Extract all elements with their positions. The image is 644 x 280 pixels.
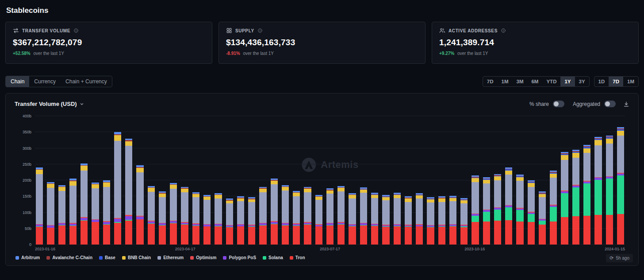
granularity-7d[interactable]: 7D: [609, 77, 623, 86]
transfer-arrows-icon: [13, 27, 19, 34]
bar-2023-05-08[interactable]: [215, 116, 222, 245]
bar-2023-10-23[interactable]: [483, 116, 490, 245]
bar-2023-05-29[interactable]: [248, 116, 255, 245]
bar-2024-01-08[interactable]: [606, 116, 613, 245]
range-1m[interactable]: 1M: [498, 77, 513, 86]
legend-item-arbitrum[interactable]: Arbitrum: [15, 255, 40, 260]
bar-2023-09-25[interactable]: [438, 116, 445, 245]
legend-item-solana[interactable]: Solana: [263, 255, 283, 260]
bar-2023-02-06[interactable]: [69, 116, 77, 245]
bar-segment-bnb-chain: [80, 166, 88, 171]
info-icon[interactable]: [257, 28, 263, 33]
bar-segment-ethereum: [594, 145, 602, 177]
bar-2023-10-02[interactable]: [449, 116, 456, 245]
chart-metric-dropdown[interactable]: Transfer Volume (USD): [15, 101, 84, 107]
bar-2023-03-27[interactable]: [148, 116, 155, 245]
tab-chain-currency[interactable]: Chain + Currency: [61, 76, 112, 87]
bar-2023-04-24[interactable]: [192, 116, 199, 245]
tab-currency[interactable]: Currency: [29, 76, 61, 87]
bar-2023-02-20[interactable]: [92, 116, 99, 245]
legend-item-optimism[interactable]: Optimism: [190, 255, 216, 260]
bar-2023-08-14[interactable]: [371, 116, 378, 245]
legend-swatch: [99, 256, 103, 260]
range-3m[interactable]: 3M: [512, 77, 527, 86]
bar-2023-11-20[interactable]: [528, 116, 535, 245]
bar-2023-05-22[interactable]: [237, 116, 244, 245]
range-ytd[interactable]: YTD: [542, 77, 560, 86]
bar-segment-ethereum: [80, 171, 88, 217]
bar-2023-06-26[interactable]: [293, 116, 300, 245]
bar-2023-05-15[interactable]: [226, 116, 233, 245]
bar-segment-bnb-chain: [125, 141, 132, 146]
bar-2024-01-01[interactable]: [594, 116, 602, 245]
bar-2023-03-20[interactable]: [136, 116, 143, 245]
range-3y[interactable]: 3Y: [575, 77, 589, 86]
bar-2023-02-27[interactable]: [103, 116, 110, 245]
legend-item-base[interactable]: Base: [99, 255, 115, 260]
range-6m[interactable]: 6M: [527, 77, 542, 86]
bar-2023-10-09[interactable]: [460, 116, 468, 245]
range-7d[interactable]: 7D: [483, 77, 498, 86]
range-1y[interactable]: 1Y: [560, 77, 575, 86]
bar-2023-11-27[interactable]: [539, 116, 546, 245]
bar-2023-10-30[interactable]: [494, 116, 501, 245]
bar-2023-12-04[interactable]: [550, 116, 557, 245]
bar-2023-09-11[interactable]: [416, 116, 423, 245]
bar-2023-04-03[interactable]: [159, 116, 166, 245]
bar-2023-06-12[interactable]: [271, 116, 278, 245]
bar-2023-01-23[interactable]: [47, 116, 54, 245]
bar-2023-03-13[interactable]: [125, 116, 132, 245]
bar-2023-04-10[interactable]: [170, 116, 177, 245]
legend-item-polygon-pos[interactable]: Polygon PoS: [223, 255, 256, 260]
bar-2023-06-19[interactable]: [282, 116, 289, 245]
bar-2023-07-24[interactable]: [337, 116, 345, 245]
legend-swatch: [223, 256, 226, 260]
bar-2023-04-17[interactable]: [181, 116, 188, 245]
bar-2023-07-17[interactable]: [326, 116, 334, 245]
bar-segment-ethereum: [572, 158, 579, 185]
bar-2023-12-18[interactable]: [572, 116, 579, 245]
download-icon[interactable]: [623, 101, 629, 107]
aggregated-toggle[interactable]: [604, 101, 616, 107]
bar-segment-bnb-chain: [203, 197, 211, 200]
percent-share-label: % share: [529, 101, 549, 107]
legend-item-avalanche-c-chain[interactable]: Avalanche C-Chain: [46, 255, 92, 260]
bar-2023-10-16[interactable]: [472, 116, 479, 245]
bar-2023-09-04[interactable]: [405, 116, 412, 245]
bar-2023-08-07[interactable]: [360, 116, 367, 245]
bar-segment-tron: [226, 227, 233, 245]
bar-2023-01-30[interactable]: [58, 116, 65, 245]
bar-2023-05-01[interactable]: [203, 116, 211, 245]
bar-2023-07-31[interactable]: [349, 116, 356, 245]
granularity-1m[interactable]: 1M: [623, 77, 638, 86]
bar-2023-03-06[interactable]: [114, 116, 121, 245]
tab-chain[interactable]: Chain: [6, 76, 29, 87]
bar-2023-11-13[interactable]: [516, 116, 523, 245]
bar-2024-01-15[interactable]: [617, 116, 624, 245]
info-icon[interactable]: [501, 28, 506, 33]
bar-2023-12-11[interactable]: [561, 116, 568, 245]
updated-text: 5h ago: [616, 256, 629, 261]
bar-2023-08-28[interactable]: [394, 116, 401, 245]
bar-2023-07-10[interactable]: [315, 116, 322, 245]
percent-share-toggle[interactable]: [553, 101, 564, 107]
bar-2023-12-25[interactable]: [583, 116, 590, 245]
bar-2023-08-21[interactable]: [382, 116, 389, 245]
legend-item-tron[interactable]: Tron: [290, 255, 305, 260]
bar-2023-11-06[interactable]: [505, 116, 512, 245]
bar-segment-ethereum: [304, 192, 311, 222]
bar-2023-07-03[interactable]: [304, 116, 311, 245]
bar-2023-02-13[interactable]: [80, 116, 88, 245]
chart-area: Artemis 050b100b150b200b250b300b350b400b…: [13, 116, 631, 252]
y-axis-label: 350b: [23, 130, 31, 134]
bar-2023-09-18[interactable]: [427, 116, 434, 245]
legend-item-ethereum[interactable]: Ethereum: [157, 255, 184, 260]
granularity-1d[interactable]: 1D: [594, 77, 609, 86]
bar-2023-06-05[interactable]: [259, 116, 266, 245]
bar-segment-solana: [583, 183, 590, 216]
supply-grid-icon: [226, 27, 232, 34]
bar-2023-01-16[interactable]: [36, 116, 43, 245]
legend-item-bnb-chain[interactable]: BNB Chain: [122, 255, 151, 260]
refresh-status[interactable]: ⟳ 5h ago: [606, 254, 633, 262]
info-icon[interactable]: [73, 28, 79, 33]
